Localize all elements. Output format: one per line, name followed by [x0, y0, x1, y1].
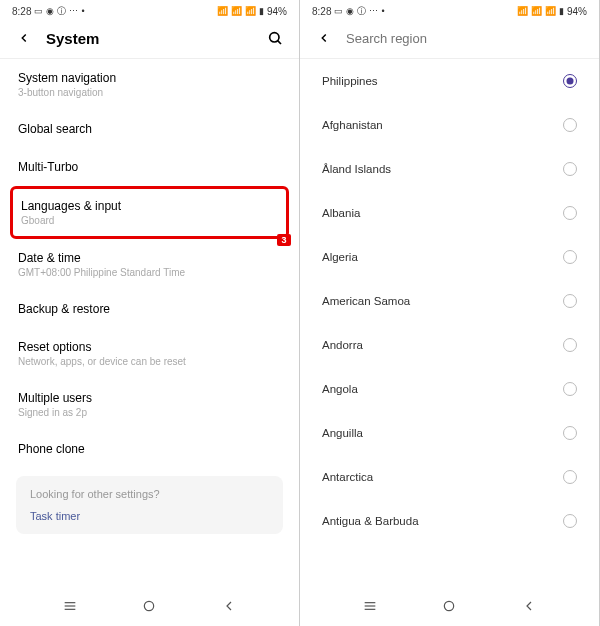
region-name: Angola: [322, 383, 358, 395]
region-item[interactable]: Philippines: [300, 59, 599, 103]
region-name: Algeria: [322, 251, 358, 263]
phone-left: 8:28 ▭ ◉ ⓘ ⋯ • 📶 📶 📶 ▮ 94% System System…: [0, 0, 300, 626]
setting-phone-clone[interactable]: Phone clone: [0, 430, 299, 468]
footer-card: Looking for other settings? Task timer: [16, 476, 283, 534]
region-name: Anguilla: [322, 427, 363, 439]
region-item[interactable]: Algeria: [300, 235, 599, 279]
setting-date-time[interactable]: Date & time GMT+08:00 Philippine Standar…: [0, 239, 299, 290]
page-title: System: [46, 30, 253, 47]
svg-point-9: [445, 601, 454, 610]
region-name: Albania: [322, 207, 360, 219]
svg-point-0: [270, 33, 279, 42]
status-right: 📶 📶 📶 ▮ 94%: [217, 6, 287, 17]
region-item[interactable]: Angola: [300, 367, 599, 411]
setting-title: Global search: [18, 122, 281, 136]
nav-home[interactable]: [438, 595, 460, 617]
status-left: 8:28 ▭ ◉ ⓘ ⋯ •: [12, 6, 85, 17]
radio-icon[interactable]: [563, 470, 577, 484]
setting-sub: Signed in as 2p: [18, 407, 281, 418]
svg-point-5: [145, 601, 154, 610]
radio-icon[interactable]: [563, 426, 577, 440]
setting-title: Backup & restore: [18, 302, 281, 316]
setting-languages-input[interactable]: Languages & input Gboard 3: [10, 186, 289, 239]
radio-icon[interactable]: [563, 206, 577, 220]
battery-icon: ▮: [259, 7, 264, 16]
setting-sub: Gboard: [21, 215, 278, 226]
svg-line-1: [278, 41, 281, 44]
setting-multiple-users[interactable]: Multiple users Signed in as 2p: [0, 379, 299, 430]
region-item[interactable]: Antigua & Barbuda: [300, 499, 599, 543]
setting-title: System navigation: [18, 71, 281, 85]
nav-home[interactable]: [138, 595, 160, 617]
radio-icon[interactable]: [563, 294, 577, 308]
signal2-icon: 📶: [545, 7, 556, 16]
status-time: 8:28: [312, 6, 331, 17]
header: [300, 22, 599, 59]
region-name: Afghanistan: [322, 119, 383, 131]
search-button[interactable]: [265, 28, 285, 48]
menu-icon: [362, 598, 378, 614]
mute-icon: ⋯: [369, 7, 378, 16]
region-name: American Samoa: [322, 295, 410, 307]
back-button[interactable]: [14, 28, 34, 48]
region-name: Antigua & Barbuda: [322, 515, 419, 527]
messenger-icon: ◉: [346, 7, 354, 16]
radio-icon[interactable]: [563, 162, 577, 176]
back-button[interactable]: [314, 28, 334, 48]
region-name: Philippines: [322, 75, 378, 87]
setting-system-navigation[interactable]: System navigation 3-button navigation: [0, 59, 299, 110]
radio-icon[interactable]: [563, 514, 577, 528]
region-item[interactable]: American Samoa: [300, 279, 599, 323]
messenger-icon: ◉: [46, 7, 54, 16]
info-icon: ⓘ: [357, 7, 366, 16]
chevron-left-icon: [17, 31, 31, 45]
radio-icon[interactable]: [563, 118, 577, 132]
region-item[interactable]: Anguilla: [300, 411, 599, 455]
status-right: 📶 📶 📶 ▮ 94%: [517, 6, 587, 17]
region-item[interactable]: Albania: [300, 191, 599, 235]
radio-icon[interactable]: [563, 338, 577, 352]
setting-title: Multi-Turbo: [18, 160, 281, 174]
signal-icon: 📶: [231, 7, 242, 16]
radio-icon[interactable]: [563, 74, 577, 88]
setting-title: Multiple users: [18, 391, 281, 405]
signal2-icon: 📶: [245, 7, 256, 16]
nav-recents[interactable]: [359, 595, 381, 617]
setting-multi-turbo[interactable]: Multi-Turbo: [0, 148, 299, 186]
chevron-left-icon: [221, 598, 237, 614]
setting-title: Phone clone: [18, 442, 281, 456]
video-icon: ▭: [34, 7, 43, 16]
mute-icon: ⋯: [69, 7, 78, 16]
nav-back[interactable]: [218, 595, 240, 617]
dot-icon: •: [381, 7, 384, 16]
setting-title: Reset options: [18, 340, 281, 354]
setting-global-search[interactable]: Global search: [0, 110, 299, 148]
dot-icon: •: [81, 7, 84, 16]
footer-question: Looking for other settings?: [30, 488, 269, 500]
setting-backup-restore[interactable]: Backup & restore: [0, 290, 299, 328]
nav-recents[interactable]: [59, 595, 81, 617]
nav-bar: [0, 588, 299, 626]
region-name: Antarctica: [322, 471, 373, 483]
menu-icon: [62, 598, 78, 614]
region-list: PhilippinesAfghanistanÅland IslandsAlban…: [300, 59, 599, 588]
region-item[interactable]: Andorra: [300, 323, 599, 367]
status-time: 8:28: [12, 6, 31, 17]
setting-reset-options[interactable]: Reset options Network, apps, or device c…: [0, 328, 299, 379]
nav-back[interactable]: [518, 595, 540, 617]
nav-bar: [300, 588, 599, 626]
footer-link-task-timer[interactable]: Task timer: [30, 510, 269, 522]
search-region-input[interactable]: [346, 31, 585, 46]
region-item[interactable]: Afghanistan: [300, 103, 599, 147]
setting-sub: GMT+08:00 Philippine Standard Time: [18, 267, 281, 278]
signal-icon: 📶: [531, 7, 542, 16]
region-item[interactable]: Antarctica: [300, 455, 599, 499]
radio-icon[interactable]: [563, 250, 577, 264]
settings-list: System navigation 3-button navigation Gl…: [0, 59, 299, 588]
setting-title: Languages & input: [21, 199, 278, 213]
radio-icon[interactable]: [563, 382, 577, 396]
region-item[interactable]: Åland Islands: [300, 147, 599, 191]
status-bar: 8:28 ▭ ◉ ⓘ ⋯ • 📶 📶 📶 ▮ 94%: [300, 0, 599, 22]
battery-text: 94%: [567, 6, 587, 17]
setting-sub: 3-button navigation: [18, 87, 281, 98]
